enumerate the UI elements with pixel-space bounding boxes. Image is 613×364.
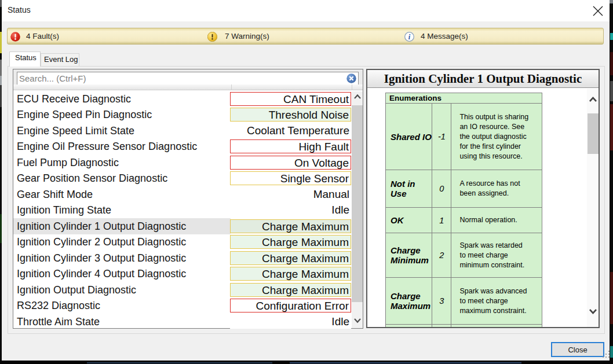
svg-text:i: i: [408, 33, 411, 41]
